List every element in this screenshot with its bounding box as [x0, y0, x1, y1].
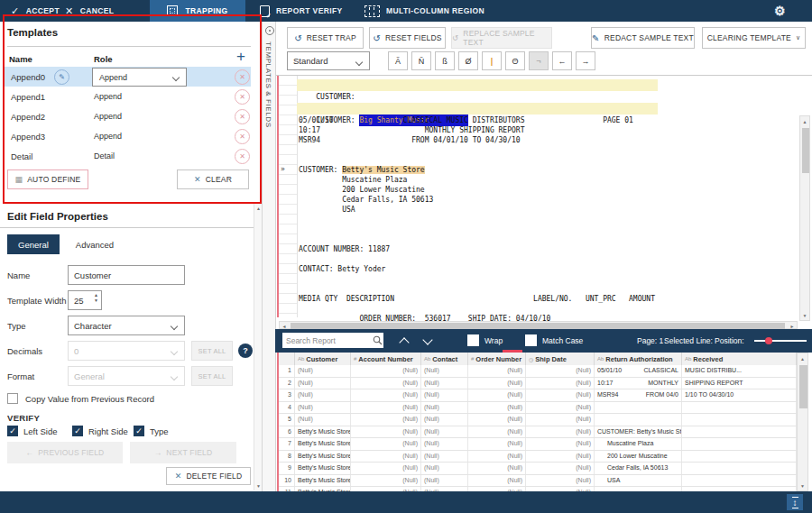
table-row[interactable]: 9Betty's Music Store(Null)(Null)(Null)(N…	[279, 463, 797, 475]
edit-template-icon[interactable]: ✎	[54, 69, 69, 85]
table-cell[interactable]: (Null)	[526, 426, 595, 438]
settings-button[interactable]: ⚙	[774, 0, 786, 22]
delete-template-icon[interactable]: ✕	[235, 109, 250, 124]
table-cell[interactable]: Betty's Music Store	[295, 426, 351, 438]
help-icon[interactable]: ?	[238, 344, 253, 358]
verify-checkbox[interactable]: ✓	[7, 426, 18, 436]
table-cell[interactable]: (Null)	[351, 463, 421, 474]
verify-checkbox[interactable]: ✓	[134, 426, 144, 436]
table-cell[interactable]: (Null)	[526, 438, 595, 450]
table-cell[interactable]	[682, 426, 797, 438]
table-header-ship-date[interactable]: ◷Ship Date	[526, 353, 595, 365]
table-row[interactable]: 6Betty's Music Store(Null)(Null)(Null)(N…	[279, 426, 797, 439]
table-cell[interactable]: Betty's Music Store	[295, 438, 351, 450]
table-cell[interactable]: (Null)	[421, 389, 468, 401]
table-cell[interactable]: (Null)	[295, 365, 351, 377]
verify-checkbox[interactable]: ✓	[72, 426, 83, 436]
table-row[interactable]: 8Betty's Music Store(Null)(Null)(Null)(N…	[279, 451, 797, 463]
tab-report-verify[interactable]: REPORT VERIFY	[260, 0, 343, 22]
table-cell[interactable]: (Null)	[351, 438, 421, 450]
table-cell[interactable]: (Null)	[351, 402, 421, 414]
table-cell[interactable]: (Null)	[421, 365, 468, 377]
table-cell[interactable]: (Null)	[526, 402, 595, 414]
auto-define-button[interactable]: ▦ AUTO DEFINE	[7, 169, 88, 189]
delete-template-icon[interactable]: ✕	[235, 129, 250, 144]
trap-char-button[interactable]: |	[482, 51, 502, 70]
table-cell[interactable]: Cedar Falls, IA 50613	[595, 463, 682, 474]
delete-template-icon[interactable]: ✕	[235, 149, 250, 164]
table-cell[interactable]: 10	[279, 475, 295, 487]
table-cell[interactable]: (Null)	[295, 402, 351, 414]
table-cell[interactable]	[682, 475, 797, 487]
table-cell[interactable]: 200 Lower Muscatine	[595, 451, 682, 463]
table-cell[interactable]	[682, 402, 797, 414]
table-cell[interactable]: (Null)	[468, 402, 526, 414]
table-cell[interactable]: (Null)	[421, 438, 468, 450]
stepper-arrows-icon[interactable]: ▲▼	[94, 293, 98, 303]
table-cell[interactable]: (Null)	[468, 414, 526, 426]
wrap-checkbox[interactable]	[467, 334, 479, 346]
table-cell[interactable]: 1/10 TO 04/30/10	[682, 389, 797, 401]
report-line[interactable]: 05/01/10 CLASSICAL MUSIC DISTRIBUTORS PA…	[299, 115, 633, 125]
position-slider-track[interactable]	[754, 340, 807, 342]
report-line[interactable]: CUSTOMER: Betty's Music Store	[299, 165, 425, 175]
table-cell[interactable]: (Null)	[468, 365, 526, 377]
table-cell[interactable]: 05/01/10CLASSICAL	[595, 365, 682, 377]
add-template-button[interactable]: +	[236, 48, 245, 66]
table-cell[interactable]: (Null)	[295, 389, 351, 401]
table-cell[interactable]: 10:17MONTHLY	[595, 378, 682, 389]
table-cell[interactable]	[682, 451, 797, 463]
position-slider-handle[interactable]	[765, 337, 772, 344]
table-cell[interactable]: Muscatine Plaza	[595, 438, 682, 450]
table-row[interactable]: 4(Null)(Null)(Null)(Null)(Null)	[279, 402, 797, 415]
template-role-select[interactable]: Append	[92, 68, 187, 87]
trap-char-button[interactable]: ß	[435, 51, 455, 70]
table-cell[interactable]: (Null)	[421, 451, 468, 463]
table-cell[interactable]: (Null)	[526, 414, 595, 426]
table-cell[interactable]: (Null)	[468, 378, 526, 389]
table-vertical-scrollbar[interactable]: ▲ ▼	[797, 353, 808, 491]
table-header-contact[interactable]: AbContact	[421, 353, 468, 365]
template-row[interactable]: Append2Append✕	[4, 106, 251, 126]
delete-field-button[interactable]: ✕ DELETE FIELD	[166, 467, 251, 485]
table-cell[interactable]: (Null)	[421, 414, 468, 426]
table-row[interactable]: 7Betty's Music Store(Null)(Null)(Null)(N…	[279, 438, 797, 451]
table-cell[interactable]	[595, 414, 682, 426]
tab-advanced[interactable]: Advanced	[67, 234, 123, 254]
table-cell[interactable]: MUSIC DISTRIBU...	[682, 365, 797, 377]
copy-value-checkbox[interactable]	[7, 393, 18, 404]
scroll-thumb[interactable]	[802, 128, 809, 173]
table-cell[interactable]: (Null)	[351, 389, 421, 401]
accept-button[interactable]: ✓ ACCEPT	[11, 0, 60, 22]
search-input[interactable]	[282, 333, 383, 348]
table-cell[interactable]	[682, 463, 797, 474]
trap-definition-row[interactable]: CUSTOMER:	[297, 79, 658, 91]
table-row[interactable]: 10Betty's Music Store(Null)(Null)(Null)(…	[279, 475, 797, 488]
table-cell[interactable]: (Null)	[421, 475, 468, 487]
table-cell[interactable]: (Null)	[295, 378, 351, 389]
table-cell[interactable]: SHIPPING REPORT	[682, 378, 797, 389]
table-header-return-authorization[interactable]: AbReturn Authorization	[595, 353, 682, 365]
table-row[interactable]: 3(Null)(Null)(Null)(Null)(Null)MSR94FROM…	[279, 389, 797, 402]
trap-type-select[interactable]: Standard	[287, 51, 370, 70]
trap-char-button[interactable]: Ñ	[411, 51, 431, 70]
table-cell[interactable]: 4	[279, 402, 295, 414]
trap-char-button[interactable]: →	[576, 51, 595, 70]
table-cell[interactable]: (Null)	[351, 414, 421, 426]
table-cell[interactable]: Betty's Music Store	[295, 475, 351, 487]
table-cell[interactable]: (Null)	[526, 475, 595, 487]
table-cell[interactable]: (Null)	[526, 463, 595, 474]
table-cell[interactable]: (Null)	[468, 451, 526, 463]
tab-trapping[interactable]: TRAPPING	[150, 0, 245, 22]
trap-char-button[interactable]: ←	[552, 51, 572, 70]
table-cell[interactable]: 1	[279, 365, 295, 377]
table-row[interactable]: 1(Null)(Null)(Null)(Null)(Null)05/01/10C…	[279, 365, 797, 378]
match-case-checkbox[interactable]	[525, 334, 537, 346]
table-row[interactable]: 5(Null)(Null)(Null)(Null)(Null)	[279, 414, 797, 426]
table-cell[interactable]: (Null)	[421, 426, 468, 438]
tab-multi-column-region[interactable]: MULTI-COLUMN REGION	[364, 0, 484, 22]
table-cell[interactable]: (Null)	[468, 475, 526, 487]
table-cell[interactable]: USA	[595, 475, 682, 487]
field-highlight[interactable]: Betty's Music Store	[342, 166, 425, 174]
table-cell[interactable]: (Null)	[468, 438, 526, 450]
